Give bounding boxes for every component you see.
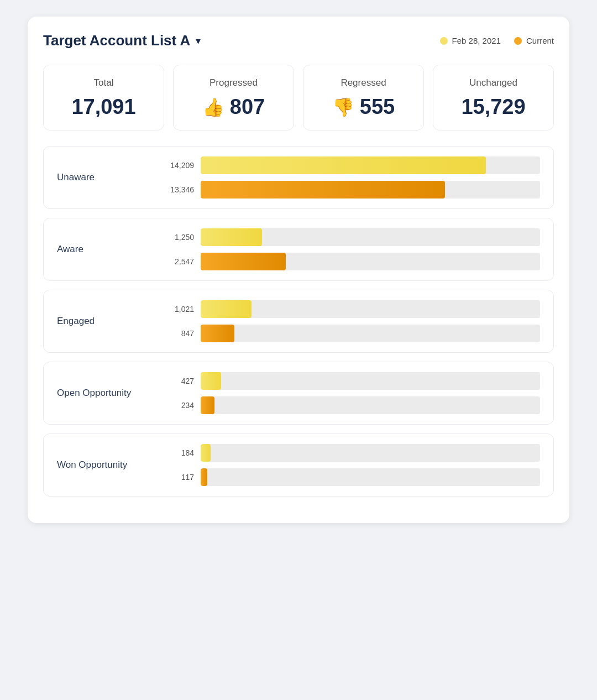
bar-row-unaware-1: 13,346 (165, 181, 540, 198)
stage-label-engaged: Engaged (44, 300, 165, 342)
bar-value-aware-0: 1,250 (165, 233, 194, 242)
bar-row-aware-0: 1,250 (165, 228, 540, 246)
summary-row: Total 17,091 Progressed 👍 807 Regressed … (43, 65, 554, 130)
bar-fill-open-opportunity-1 (201, 396, 214, 414)
bar-value-won-opportunity-0: 184 (165, 448, 194, 457)
header: Target Account List A ▾ Feb 28, 2021 Cur… (43, 32, 554, 49)
stage-bars-unaware: 14,20913,346 (165, 147, 553, 208)
legend-dot-current (514, 37, 522, 45)
bar-fill-won-opportunity-0 (201, 444, 211, 462)
summary-label-regressed: Regressed (341, 77, 386, 88)
bar-value-unaware-0: 14,209 (165, 161, 194, 170)
chevron-down-icon[interactable]: ▾ (196, 35, 201, 47)
stage-bars-open-opportunity: 427234 (165, 362, 553, 424)
bar-value-engaged-0: 1,021 (165, 305, 194, 314)
summary-value-unchanged: 15,729 (461, 95, 525, 119)
bar-fill-aware-1 (201, 253, 286, 270)
title-area: Target Account List A ▾ (43, 32, 201, 49)
bar-row-engaged-0: 1,021 (165, 300, 540, 318)
bar-track-won-opportunity-0 (201, 444, 540, 462)
bar-fill-unaware-0 (201, 156, 486, 174)
summary-label-total: Total (94, 77, 114, 88)
stage-label-aware: Aware (44, 228, 165, 270)
stage-row-unaware: Unaware14,20913,346 (43, 146, 554, 209)
bar-fill-open-opportunity-0 (201, 372, 221, 390)
bar-row-engaged-1: 847 (165, 325, 540, 342)
summary-value-progressed: 807 (230, 95, 265, 119)
main-card: Target Account List A ▾ Feb 28, 2021 Cur… (28, 17, 569, 523)
summary-label-unchanged: Unchanged (469, 77, 517, 88)
bar-track-engaged-0 (201, 300, 540, 318)
bar-track-engaged-1 (201, 325, 540, 342)
bar-value-open-opportunity-1: 234 (165, 401, 194, 410)
bar-fill-aware-0 (201, 228, 262, 246)
thumbs-up-icon: 👍 (202, 97, 224, 118)
stage-row-engaged: Engaged1,021847 (43, 290, 554, 353)
stage-label-open-opportunity: Open Opportunity (44, 372, 165, 414)
summary-value-regressed: 555 (360, 95, 395, 119)
bar-value-aware-1: 2,547 (165, 257, 194, 266)
bar-fill-won-opportunity-1 (201, 468, 207, 486)
summary-label-progressed: Progressed (210, 77, 258, 88)
stage-bars-aware: 1,2502,547 (165, 218, 553, 280)
bar-row-open-opportunity-1: 234 (165, 396, 540, 414)
bar-track-aware-0 (201, 228, 540, 246)
stage-row-won-opportunity: Won Opportunity184117 (43, 433, 554, 497)
summary-value-row-regressed: 👎 555 (332, 95, 395, 119)
summary-card-regressed: Regressed 👎 555 (303, 65, 424, 130)
summary-value-row-total: 17,091 (71, 95, 135, 119)
summary-value-row-progressed: 👍 807 (202, 95, 265, 119)
legend-label-feb: Feb 28, 2021 (452, 36, 501, 45)
bar-value-won-opportunity-1: 117 (165, 473, 194, 482)
legend-item-current: Current (514, 36, 554, 45)
stage-bars-won-opportunity: 184117 (165, 434, 553, 496)
summary-card-progressed: Progressed 👍 807 (173, 65, 294, 130)
bar-row-unaware-0: 14,209 (165, 156, 540, 174)
bar-value-open-opportunity-0: 427 (165, 377, 194, 385)
stage-bars-engaged: 1,021847 (165, 290, 553, 352)
bar-track-unaware-1 (201, 181, 540, 198)
bar-track-won-opportunity-1 (201, 468, 540, 486)
stage-label-unaware: Unaware (44, 156, 165, 198)
account-list-title: Target Account List A (43, 32, 190, 49)
bar-value-engaged-1: 847 (165, 329, 194, 338)
legend-dot-feb (440, 37, 448, 45)
bar-fill-unaware-1 (201, 181, 445, 198)
stage-row-open-opportunity: Open Opportunity427234 (43, 362, 554, 425)
summary-value-row-unchanged: 15,729 (461, 95, 525, 119)
bar-row-open-opportunity-0: 427 (165, 372, 540, 390)
stages-container: Unaware14,20913,346Aware1,2502,547Engage… (43, 146, 554, 497)
bar-row-won-opportunity-0: 184 (165, 444, 540, 462)
stage-label-won-opportunity: Won Opportunity (44, 444, 165, 486)
legend-item-feb: Feb 28, 2021 (440, 36, 501, 45)
bar-track-aware-1 (201, 253, 540, 270)
bar-value-unaware-1: 13,346 (165, 185, 194, 194)
bar-track-unaware-0 (201, 156, 540, 174)
bar-fill-engaged-0 (201, 300, 252, 318)
bar-fill-engaged-1 (201, 325, 234, 342)
summary-value-total: 17,091 (71, 95, 135, 119)
thumbs-down-icon: 👎 (332, 97, 354, 118)
legend-area: Feb 28, 2021 Current (440, 36, 554, 45)
summary-card-unchanged: Unchanged 15,729 (433, 65, 554, 130)
bar-row-won-opportunity-1: 117 (165, 468, 540, 486)
bar-row-aware-1: 2,547 (165, 253, 540, 270)
stage-row-aware: Aware1,2502,547 (43, 218, 554, 281)
bar-track-open-opportunity-1 (201, 396, 540, 414)
legend-label-current: Current (526, 36, 554, 45)
bar-track-open-opportunity-0 (201, 372, 540, 390)
summary-card-total: Total 17,091 (43, 65, 164, 130)
